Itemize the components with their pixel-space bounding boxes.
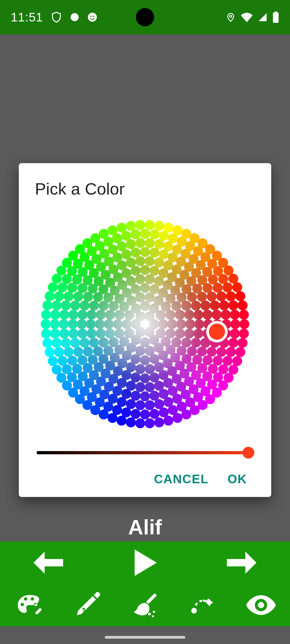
svg-point-2	[90, 16, 92, 17]
svg-point-1	[88, 13, 97, 21]
brightness-slider[interactable]	[35, 447, 255, 458]
page-title: Alif	[0, 515, 290, 540]
svg-text:1: 1	[81, 606, 86, 616]
pencil-button[interactable]: 1	[58, 584, 116, 626]
svg-point-12	[258, 602, 264, 608]
color-wheel[interactable]	[40, 219, 250, 429]
svg-point-10	[152, 615, 154, 617]
svg-rect-5	[273, 13, 279, 23]
svg-point-4	[230, 15, 232, 17]
cell-signal-icon	[258, 12, 267, 22]
wifi-icon	[241, 12, 253, 22]
play-button[interactable]	[97, 541, 193, 584]
preview-button[interactable]	[232, 584, 290, 626]
camera-hole	[136, 8, 154, 26]
bottom-toolbar: 1	[0, 541, 290, 626]
dot-icon	[70, 12, 79, 22]
ok-button[interactable]: OK	[227, 472, 247, 486]
palette-button[interactable]	[0, 584, 58, 626]
gesture-bar	[105, 636, 185, 639]
svg-point-9	[153, 611, 155, 613]
svg-point-8	[148, 613, 151, 615]
cancel-button[interactable]: CANCEL	[154, 472, 209, 486]
face-icon	[87, 12, 98, 23]
slider-thumb[interactable]	[242, 447, 254, 459]
shield-outline-icon	[50, 11, 62, 23]
brush-clean-button[interactable]	[116, 584, 174, 626]
svg-point-0	[71, 13, 79, 21]
battery-icon	[272, 12, 279, 23]
svg-point-11	[191, 608, 197, 613]
svg-rect-6	[274, 12, 277, 13]
status-time: 11:51	[11, 10, 43, 24]
trace-button[interactable]	[174, 584, 232, 626]
color-picker-dialog: Pick a Color CANCEL OK	[19, 163, 271, 497]
prev-button[interactable]	[0, 541, 97, 584]
selected-color-indicator	[206, 321, 228, 342]
svg-point-3	[93, 16, 95, 17]
location-icon	[226, 12, 236, 22]
next-button[interactable]	[193, 541, 290, 584]
dialog-title: Pick a Color	[35, 179, 255, 198]
